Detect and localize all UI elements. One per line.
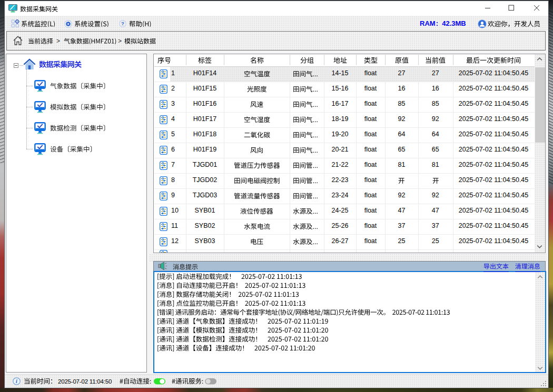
svg-text:?: ? bbox=[121, 21, 124, 26]
svg-text:i: i bbox=[16, 378, 17, 384]
